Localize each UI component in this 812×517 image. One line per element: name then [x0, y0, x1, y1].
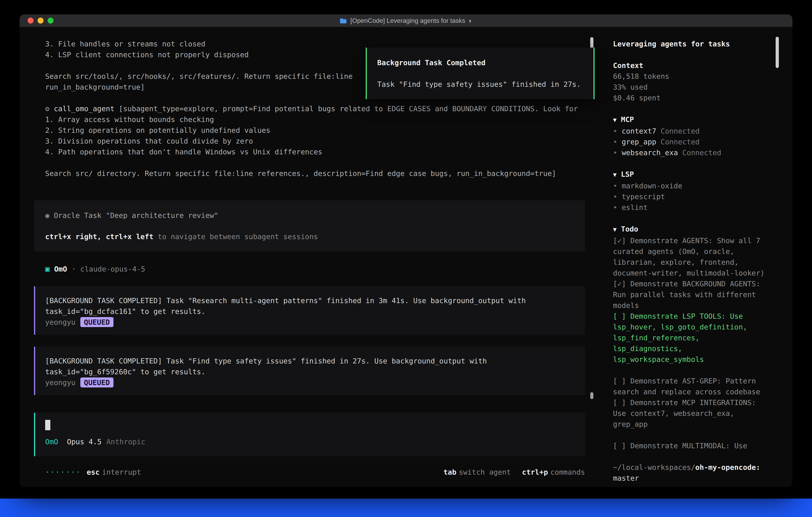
todo-text: Demonstrate BACKGROUND AGENTS: Run paral…	[613, 279, 760, 309]
lsp-name: eslint	[621, 203, 647, 212]
prompt-agent: OmO	[45, 437, 58, 446]
tab-hint: tabswitch agent	[443, 467, 511, 478]
checkbox-icon: [ ]	[613, 312, 626, 320]
context-used: 33% used	[613, 82, 772, 92]
checkbox-icon: [ ]	[613, 441, 626, 450]
ctrlp-key-hint: ctrl+p	[522, 468, 548, 476]
message-meta: yeongyu QUEUED	[45, 317, 574, 327]
session-title: Leveraging agents for tasks	[613, 38, 772, 49]
shortcut-hint: to navigate between subagent sessions	[158, 232, 318, 241]
bullet-icon: •	[613, 138, 617, 146]
desktop-accent-strip	[0, 498, 812, 517]
record-icon: ◉	[45, 211, 50, 219]
folder-icon	[340, 18, 347, 23]
separator-dot: ·	[71, 264, 76, 274]
input-line[interactable]	[45, 420, 575, 431]
tool-args: [subagent_type=explore, prompt=Find pote…	[119, 104, 578, 113]
gear-icon: ⚙	[45, 104, 50, 113]
tool-call-line: ⚙ call_omo_agent [subagent_type=explore,…	[34, 103, 585, 114]
agent-header: ▣OmO·claude-opus-4-5	[34, 264, 585, 274]
todo-list: [✓] Demonstrate AGENTS: Show all 7 curat…	[613, 235, 772, 451]
bullet-icon: •	[613, 192, 617, 201]
prompt-provider: Anthropic	[106, 437, 145, 446]
message-text: task_id="bg_6f59260c" to get results.	[45, 366, 574, 377]
context-heading: Context	[613, 60, 772, 71]
session-timer-icon: ◐	[469, 17, 472, 24]
toast-notification[interactable]: Background Task Completed Task "Find typ…	[366, 48, 594, 99]
log-line: 4. Path operations that don't handle Win…	[34, 146, 585, 157]
tool-name: call_omo_agent	[54, 104, 114, 113]
agent-name: OmO	[54, 264, 67, 274]
agent-model: claude-opus-4-5	[80, 264, 145, 274]
lsp-section-heading[interactable]: ▼ LSP	[613, 169, 772, 180]
zoom-button[interactable]	[48, 18, 54, 24]
shortcut-keys: ctrl+x right, ctrl+x left	[45, 232, 153, 241]
checkbox-icon: [✓]	[613, 279, 626, 288]
main-pane: 3. File handles or streams not closed4. …	[20, 27, 605, 487]
todo-section-heading[interactable]: ▼ Todo	[613, 223, 772, 235]
commands-hint: ctrl+pcommands	[522, 467, 585, 478]
todo-item: [ ] Demonstrate AST-GREP: Pattern search…	[613, 376, 772, 397]
window-title-text: [OpenCode] Leveraging agents for tasks	[350, 17, 465, 24]
oracle-task-panel[interactable]: ◉ Oracle Task "Deep architecture review"…	[34, 200, 585, 251]
text-cursor	[45, 420, 50, 430]
todo-item: [ ] Demonstrate MCP INTEGRATIONS: Use co…	[613, 397, 772, 430]
terminal-content: 3. File handles or streams not closed4. …	[20, 27, 792, 487]
log-line: 1. Array access without bounds checking	[34, 114, 585, 125]
mcp-status: Connected	[682, 148, 721, 157]
todo-heading-label: Todo	[621, 225, 638, 233]
mcp-name: grep_app	[621, 138, 656, 146]
workspace-repo: oh-my-opencode:	[695, 463, 760, 471]
message-meta: yeongyu QUEUED	[45, 377, 574, 388]
checkbox-icon: [✓]	[613, 236, 626, 245]
oracle-task-title: Oracle Task "Deep architecture review"	[54, 211, 219, 219]
toast-title: Background Task Completed	[377, 57, 583, 68]
main-scrollbar	[590, 37, 593, 487]
lsp-list: • markdown-oxide• typescript• eslint	[613, 180, 772, 213]
mcp-name: websearch_exa	[621, 148, 678, 157]
todo-text: Demonstrate MCP INTEGRATIONS: Use contex…	[613, 398, 756, 428]
toast-body: Task "Find type safety issues" finished …	[377, 79, 583, 89]
status-badge: QUEUED	[80, 317, 114, 327]
checkbox-icon: [ ]	[613, 398, 626, 407]
prompt-input[interactable]: OmOOpus 4.5Anthropic	[34, 413, 585, 456]
mcp-list: • context7 Connected• grep_app Connected…	[613, 126, 772, 158]
model-info: OmOOpus 4.5Anthropic	[45, 436, 575, 447]
spacer	[45, 221, 574, 231]
scrollbar-thumb[interactable]	[590, 392, 593, 399]
status-right: tabswitch agent ctrl+pcommands	[443, 467, 585, 478]
mcp-section-heading[interactable]: ▼ MCP	[613, 114, 772, 126]
lsp-name: markdown-oxide	[621, 182, 682, 190]
todo-text: Demonstrate MULTIMODAL: Use	[630, 441, 747, 450]
log-line: 3. Division operations that could divide…	[34, 136, 585, 146]
mcp-name: context7	[621, 127, 656, 135]
todo-item: [ ] Demonstrate MULTIMODAL: Use	[613, 440, 772, 451]
window-title: [OpenCode] Leveraging agents for tasks ◐	[340, 17, 472, 24]
spinner-icon: ·······	[45, 468, 81, 476]
background-task-message: [BACKGROUND TASK COMPLETED] Task "Resear…	[34, 286, 585, 335]
ctrlp-key-label: commands	[550, 468, 585, 476]
todo-text: Demonstrate AST-GREP: Pattern search and…	[613, 377, 760, 396]
log-line: Search src/ directory. Return specific f…	[34, 168, 585, 179]
sidebar-scrollbar-thumb[interactable]	[776, 37, 779, 68]
workspace-prefix: ~/local-workspaces/	[613, 463, 695, 471]
esc-key-hint: esc	[87, 468, 100, 476]
username: yeongyu	[45, 377, 76, 388]
bullet-icon: •	[613, 127, 617, 135]
chevron-down-icon: ▼	[613, 226, 617, 233]
workspace-branch: master	[613, 474, 639, 482]
minimize-button[interactable]	[37, 18, 44, 24]
status-badge: QUEUED	[80, 377, 114, 387]
workspace-path: ~/local-workspaces/oh-my-opencode: maste…	[613, 462, 772, 483]
message-text: [BACKGROUND TASK COMPLETED] Task "Resear…	[45, 295, 574, 306]
chevron-down-icon: ▼	[613, 116, 617, 124]
lsp-heading-label: LSP	[621, 170, 634, 178]
close-button[interactable]	[28, 18, 34, 24]
sidebar: Leveraging agents for tasks Context 66,5…	[605, 27, 792, 487]
mcp-status: Connected	[661, 127, 699, 135]
todo-text: Demonstrate LSP TOOLS: Use lsp_hover, ls…	[613, 312, 747, 363]
todo-item: [✓] Demonstrate BACKGROUND AGENTS: Run p…	[613, 278, 772, 311]
window-titlebar[interactable]: [OpenCode] Leveraging agents for tasks ◐	[20, 15, 792, 27]
context-spent: $0.46 spent	[613, 92, 772, 103]
status-left: ·······escinterrupt	[45, 467, 141, 478]
